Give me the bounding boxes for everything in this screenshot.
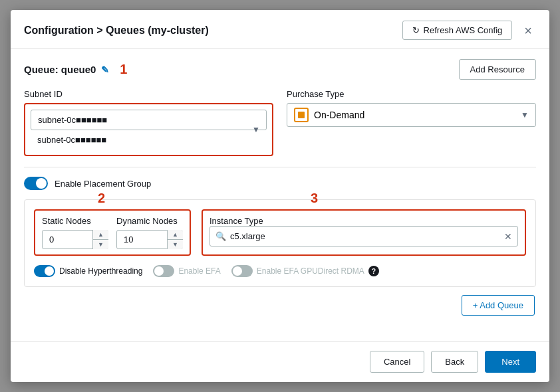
bottom-options-row: Disable Hyperthreading Enable EFA Enable… — [34, 265, 526, 277]
dynamic-nodes-group: Dynamic Nodes ▲ ▼ — [116, 216, 183, 249]
divider — [24, 167, 536, 167]
purchase-type-label: Purchase Type — [287, 89, 536, 99]
subnet-select[interactable]: subnet-0c■■■■■■ — [31, 110, 267, 130]
static-nodes-group: Static Nodes ▲ ▼ — [42, 216, 108, 249]
cancel-button[interactable]: Cancel — [370, 351, 424, 373]
instance-type-search-wrapper: 🔍 ✕ — [210, 226, 518, 246]
header-actions: ↻ Refresh AWS Config × — [402, 21, 536, 40]
efa-gpudirect-group: Enable EFA GPUDirect RDMA ? — [231, 265, 379, 277]
efa-group: Enable EFA — [153, 265, 220, 277]
nodes-instance-row: Static Nodes ▲ ▼ Dynamic Nodes — [34, 209, 526, 256]
dynamic-nodes-spinners: ▲ ▼ — [167, 230, 183, 249]
placement-group-toggle[interactable] — [24, 177, 48, 190]
configuration-modal: Configuration > Queues (my-cluster) ↻ Re… — [11, 10, 549, 382]
dynamic-nodes-label: Dynamic Nodes — [116, 216, 183, 226]
hyperthreading-group: Disable Hyperthreading — [34, 265, 142, 277]
static-nodes-decrement[interactable]: ▼ — [93, 240, 108, 249]
instance-type-label: Instance Type — [210, 216, 518, 226]
efa-gpudirect-label: Enable EFA GPUDirect RDMA — [257, 266, 364, 276]
close-button[interactable]: × — [520, 23, 536, 39]
edit-queue-icon[interactable]: ✎ — [101, 64, 109, 75]
efa-gpudirect-toggle[interactable] — [231, 265, 253, 277]
subnet-purchase-row: Subnet ID subnet-0c■■■■■■ subnet-0c■■■■■… — [24, 89, 536, 156]
clear-instance-type-button[interactable]: ✕ — [504, 231, 512, 242]
placement-group-row: Enable Placement Group — [24, 177, 536, 190]
add-resource-button[interactable]: Add Resource — [459, 59, 536, 80]
back-button[interactable]: Back — [431, 351, 478, 373]
modal-title: Configuration > Queues (my-cluster) — [24, 25, 209, 37]
purchase-type-field-group: Purchase Type On-Demand ▼ On-Demand Spot — [287, 89, 536, 156]
add-queue-row: + Add Queue — [24, 295, 536, 316]
modal-header: Configuration > Queues (my-cluster) ↻ Re… — [11, 10, 549, 49]
efa-label: Enable EFA — [178, 266, 220, 276]
subnet-value-display: subnet-0c■■■■■■ — [31, 130, 267, 149]
subnet-box: subnet-0c■■■■■■ subnet-0c■■■■■■ ▼ — [24, 103, 273, 156]
hyperthreading-toggle[interactable] — [34, 265, 55, 277]
static-nodes-spinners: ▲ ▼ — [92, 230, 108, 249]
subnet-label: Subnet ID — [24, 89, 273, 99]
static-nodes-label: Static Nodes — [42, 216, 108, 226]
modal-footer: Cancel Back Next — [11, 341, 549, 382]
static-nodes-input-wrapper: ▲ ▼ — [42, 230, 108, 249]
dynamic-nodes-decrement[interactable]: ▼ — [168, 240, 183, 249]
queue-row: Queue: queue0 ✎ 1 Add Resource — [24, 59, 536, 80]
modal-body: Queue: queue0 ✎ 1 Add Resource Subnet ID… — [11, 49, 549, 341]
step3-badge: 3 — [311, 191, 318, 206]
add-queue-button[interactable]: + Add Queue — [462, 295, 535, 316]
help-icon[interactable]: ? — [368, 266, 379, 276]
nodes-box: Static Nodes ▲ ▼ Dynamic Nodes — [34, 209, 191, 256]
purchase-select-wrapper: On-Demand ▼ On-Demand Spot — [287, 103, 536, 127]
resource-box: 2 3 Static Nodes ▲ ▼ — [24, 199, 536, 287]
instance-type-box: Instance Type 🔍 ✕ — [202, 209, 526, 256]
placement-group-label: Enable Placement Group — [55, 179, 151, 189]
next-button[interactable]: Next — [485, 351, 536, 373]
subnet-select-wrapper: subnet-0c■■■■■■ subnet-0c■■■■■■ ▼ — [31, 110, 267, 149]
refresh-aws-config-button[interactable]: ↻ Refresh AWS Config — [402, 21, 513, 40]
step2-badge: 2 — [98, 191, 105, 206]
instance-type-input[interactable] — [210, 226, 518, 246]
subnet-field-group: Subnet ID subnet-0c■■■■■■ subnet-0c■■■■■… — [24, 89, 273, 156]
step1-badge: 1 — [120, 62, 127, 77]
dynamic-nodes-increment[interactable]: ▲ — [168, 230, 183, 240]
dynamic-nodes-input-wrapper: ▲ ▼ — [116, 230, 183, 249]
queue-label: Queue: queue0 ✎ 1 — [24, 62, 127, 77]
efa-toggle[interactable] — [153, 265, 174, 277]
refresh-icon: ↻ — [412, 25, 420, 35]
hyperthreading-label: Disable Hyperthreading — [59, 266, 142, 276]
static-nodes-increment[interactable]: ▲ — [93, 230, 108, 240]
